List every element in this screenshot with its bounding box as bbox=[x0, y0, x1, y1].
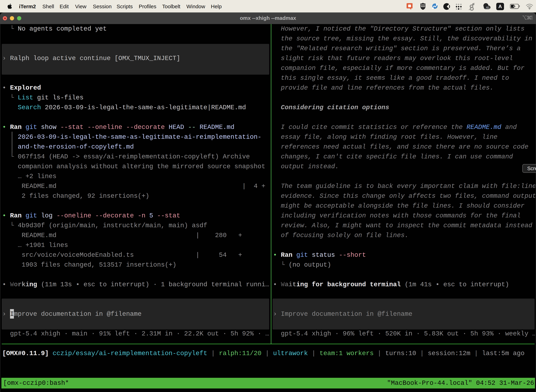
svg-text:..61: ..61 bbox=[485, 6, 490, 9]
